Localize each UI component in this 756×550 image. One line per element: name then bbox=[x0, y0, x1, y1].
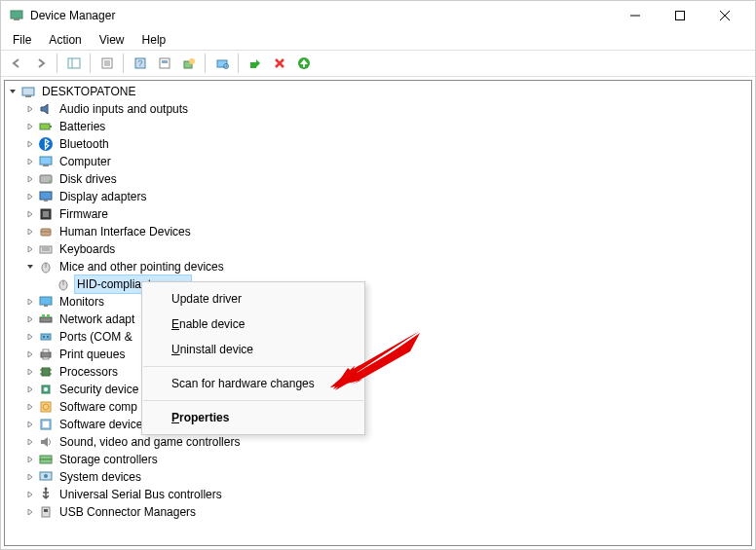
expand-arrow-icon[interactable] bbox=[22, 294, 38, 310]
tree-category-keyboard[interactable]: Keyboards bbox=[5, 240, 751, 258]
tree-label: Software comp bbox=[57, 398, 139, 416]
scan-hardware-button[interactable] bbox=[210, 53, 233, 74]
keyboard-icon bbox=[38, 241, 54, 257]
menu-action[interactable]: Action bbox=[41, 31, 89, 49]
tree-category-usb[interactable]: Universal Serial Bus controllers bbox=[5, 486, 751, 503]
expand-arrow-icon[interactable] bbox=[22, 101, 38, 117]
tree-category-network[interactable]: Network adapt bbox=[5, 311, 751, 328]
back-button[interactable] bbox=[5, 53, 27, 74]
tree-category-hid[interactable]: Human Interface Devices bbox=[5, 223, 751, 240]
update-driver-button[interactable] bbox=[177, 53, 200, 74]
tree-label: Audio inputs and outputs bbox=[57, 100, 190, 118]
tree-category-firmware[interactable]: Firmware bbox=[5, 205, 751, 223]
toolbar-separator bbox=[90, 54, 91, 73]
tree-category-mouse[interactable]: Mice and other pointing devices bbox=[5, 258, 751, 275]
toolbar-separator bbox=[123, 54, 124, 73]
device-tree[interactable]: DESKTOPATONEAudio inputs and outputsBatt… bbox=[4, 80, 752, 546]
expand-arrow-icon[interactable] bbox=[40, 276, 56, 292]
tree-category-display[interactable]: Display adapters bbox=[5, 188, 751, 205]
computer-icon bbox=[38, 154, 54, 169]
tree-label: Computer bbox=[57, 153, 113, 170]
menu-file[interactable]: File bbox=[5, 31, 39, 49]
action-button[interactable] bbox=[153, 53, 175, 74]
tree-category-monitor[interactable]: Monitors bbox=[5, 293, 751, 311]
expand-arrow-icon[interactable] bbox=[22, 469, 38, 485]
tree-label: Batteries bbox=[57, 118, 107, 135]
tree-category-audio[interactable]: Audio inputs and outputs bbox=[5, 100, 751, 118]
svg-text:?: ? bbox=[137, 58, 142, 68]
enable-device-button[interactable] bbox=[244, 53, 266, 74]
svg-rect-69 bbox=[40, 459, 52, 463]
tree-label: Network adapt bbox=[57, 311, 136, 328]
svg-rect-74 bbox=[44, 509, 48, 512]
ctx-properties[interactable]: Properties bbox=[142, 405, 364, 430]
tree-label: Print queues bbox=[57, 346, 127, 363]
maximize-button[interactable] bbox=[658, 1, 702, 30]
tree-category-printer[interactable]: Print queues bbox=[5, 346, 751, 363]
expand-arrow-icon[interactable] bbox=[22, 206, 38, 222]
expand-arrow-icon[interactable] bbox=[22, 417, 38, 432]
svg-rect-56 bbox=[43, 357, 49, 359]
tree-category-softcomp[interactable]: Software comp bbox=[5, 398, 751, 416]
tree-category-ports[interactable]: Ports (COM & bbox=[5, 328, 751, 346]
ctx-enable-device[interactable]: Enable device bbox=[142, 312, 364, 337]
expand-arrow-icon[interactable] bbox=[22, 399, 38, 415]
expand-arrow-icon[interactable] bbox=[22, 329, 38, 345]
tree-category-bluetooth[interactable]: Bluetooth bbox=[5, 135, 751, 153]
expand-arrow-icon[interactable] bbox=[22, 312, 38, 327]
expand-arrow-icon[interactable] bbox=[22, 487, 38, 502]
svg-rect-24 bbox=[22, 88, 34, 95]
expand-arrow-icon[interactable] bbox=[22, 119, 38, 134]
uninstall-button[interactable] bbox=[268, 53, 290, 74]
tree-category-softdev[interactable]: Software devices bbox=[5, 416, 751, 433]
usb-icon bbox=[38, 487, 54, 502]
expand-arrow-icon[interactable] bbox=[22, 347, 38, 362]
ctx-uninstall-device[interactable]: Uninstall device bbox=[142, 337, 364, 362]
tree-category-security[interactable]: Security device bbox=[5, 381, 751, 398]
expand-arrow-icon[interactable] bbox=[22, 136, 38, 152]
expand-arrow-icon[interactable] bbox=[22, 434, 38, 450]
expand-arrow-icon[interactable] bbox=[22, 189, 38, 204]
monitor-icon bbox=[38, 294, 54, 310]
properties-button[interactable] bbox=[95, 53, 118, 74]
tree-category-system[interactable]: System devices bbox=[5, 468, 751, 486]
tree-device-mouse[interactable]: HID-compliant mouse bbox=[5, 275, 751, 293]
svg-rect-27 bbox=[50, 126, 52, 128]
svg-rect-30 bbox=[43, 165, 49, 166]
expand-arrow-icon[interactable] bbox=[22, 382, 38, 397]
expand-arrow-icon[interactable] bbox=[22, 259, 38, 275]
ctx-update-driver[interactable]: Update driver bbox=[142, 286, 364, 312]
expand-arrow-icon[interactable] bbox=[22, 364, 38, 380]
tree-category-disk[interactable]: Disk drives bbox=[5, 170, 751, 188]
minimize-button[interactable] bbox=[613, 1, 658, 30]
tree-label: Keyboards bbox=[57, 240, 117, 258]
ctx-scan-hardware[interactable]: Scan for hardware changes bbox=[142, 371, 364, 396]
svg-rect-34 bbox=[44, 200, 48, 202]
tree-category-storage[interactable]: Storage controllers bbox=[5, 451, 751, 468]
show-hide-tree-button[interactable] bbox=[62, 53, 85, 74]
tree-category-sound[interactable]: Sound, video and game controllers bbox=[5, 433, 751, 451]
expand-arrow-icon[interactable] bbox=[22, 504, 38, 520]
tree-root-node[interactable]: DESKTOPATONE bbox=[5, 83, 751, 100]
display-icon bbox=[38, 189, 54, 204]
expand-arrow-icon[interactable] bbox=[22, 171, 38, 187]
expand-arrow-icon[interactable] bbox=[5, 84, 20, 99]
tree-category-usbconn[interactable]: USB Connector Managers bbox=[5, 503, 751, 521]
close-button[interactable] bbox=[702, 1, 747, 30]
toolbar-separator bbox=[205, 54, 206, 73]
tree-category-battery[interactable]: Batteries bbox=[5, 118, 751, 135]
help-button[interactable]: ? bbox=[129, 53, 151, 74]
forward-button[interactable] bbox=[29, 53, 52, 74]
ports-icon bbox=[38, 329, 54, 345]
menu-help[interactable]: Help bbox=[134, 31, 174, 49]
expand-arrow-icon[interactable] bbox=[22, 452, 38, 467]
tree-category-computer[interactable]: Computer bbox=[5, 153, 751, 170]
up-arrow-button[interactable] bbox=[292, 53, 315, 74]
tree-label: Mice and other pointing devices bbox=[57, 258, 226, 275]
menu-view[interactable]: View bbox=[92, 31, 132, 49]
tree-category-cpu[interactable]: Processors bbox=[5, 363, 751, 381]
network-icon bbox=[38, 312, 54, 327]
expand-arrow-icon[interactable] bbox=[22, 224, 38, 239]
expand-arrow-icon[interactable] bbox=[22, 154, 38, 169]
expand-arrow-icon[interactable] bbox=[22, 241, 38, 257]
